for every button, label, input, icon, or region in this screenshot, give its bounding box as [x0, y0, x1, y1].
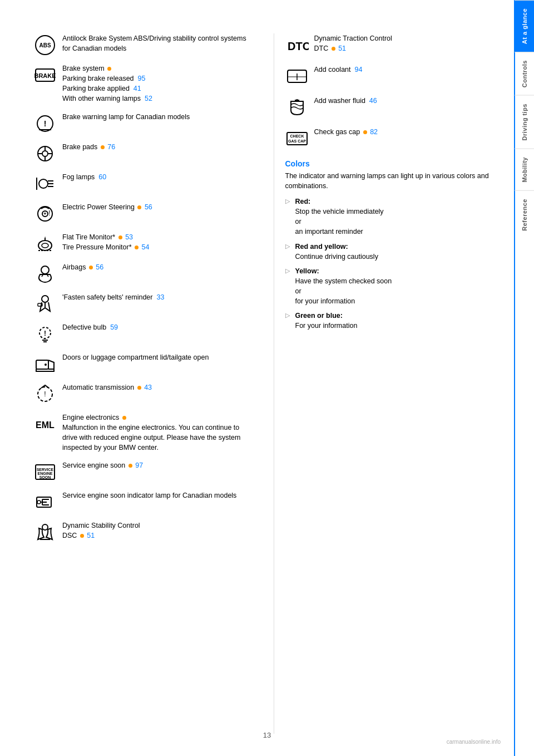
service-engine-ref[interactable]: 97	[135, 462, 143, 469]
svg-text:BRAKE: BRAKE	[34, 72, 56, 79]
service-engine-row: SERVICE ENGINE SOON Service engine soon …	[33, 460, 251, 483]
check-gas-ref[interactable]: 82	[370, 128, 378, 136]
svg-text:!: !	[44, 390, 46, 398]
check-gas-cap-row: CHECK GAS CAP Check gas cap 82	[285, 127, 503, 149]
brake-pads-icon	[33, 142, 57, 164]
brake-ref-52[interactable]: 52	[145, 95, 152, 102]
svg-point-8	[42, 151, 48, 156]
colors-intro: The indicator and warning lamps can ligh…	[285, 171, 503, 191]
svg-text:+: +	[43, 211, 46, 217]
colors-heading: Colors	[285, 159, 503, 168]
brake-pads-row: Brake pads 76	[33, 142, 251, 164]
left-column: ABS Antilock Brake System ABS/Driving st…	[33, 33, 263, 734]
dsc-text: Dynamic Stability Control DSC 51	[62, 521, 251, 541]
svg-text:ENGINE: ENGINE	[38, 472, 53, 475]
arrow-green-blue: ▷	[285, 312, 292, 319]
color-green-blue-text: Green or blue: For your information	[295, 311, 358, 331]
tire-pressure-ref[interactable]: 54	[142, 243, 150, 251]
abs-text: Antilock Brake System ABS/Driving stabil…	[62, 33, 251, 53]
auto-trans-text: Automatic transmission 43	[62, 382, 251, 392]
watermark: carmanualsonline.info	[447, 739, 501, 745]
add-coolant-text: Add coolant 94	[314, 65, 503, 75]
service-engine-ca-row: Service engine soon indicator lamp for C…	[33, 490, 251, 513]
doors-text: Doors or luggage compartment lid/tailgat…	[62, 352, 251, 362]
svg-point-27	[41, 266, 49, 274]
color-red-text: Red: Stop the vehicle immediately or an …	[295, 197, 384, 237]
add-washer-row: Add washer fluid 46	[285, 96, 503, 118]
seatbelt-icon	[33, 292, 57, 315]
sidebar-tabs: At a glance Controls Driving tips Mobili…	[515, 0, 534, 756]
main-content: ABS Antilock Brake System ABS/Driving st…	[0, 0, 514, 756]
doors-row: Doors or luggage compartment lid/tailgat…	[33, 352, 251, 375]
check-gas-dot	[363, 130, 367, 134]
defective-bulb-icon: !	[33, 322, 57, 345]
defective-bulb-text: Defective bulb 59	[62, 322, 251, 332]
fog-lamps-text: Fog lamps 60	[62, 172, 251, 182]
eml-row: EML Engine electronics Malfunction in th…	[33, 413, 251, 453]
defective-bulb-row: ! Defective bulb 59	[33, 322, 251, 345]
sidebar-tab-at-a-glance[interactable]: At a glance	[515, 0, 534, 52]
service-engine-ca-text: Service engine soon indicator lamp for C…	[62, 490, 251, 500]
colors-section: Colors The indicator and warning lamps c…	[285, 159, 503, 331]
abs-icon: ABS	[33, 33, 57, 56]
svg-point-53	[42, 524, 48, 530]
brake-ref-41[interactable]: 41	[134, 85, 141, 92]
dsc-dot	[80, 534, 84, 538]
eml-dot	[122, 416, 126, 420]
eps-row: + ! Electric Power Steering 56	[33, 202, 251, 224]
svg-text:!: !	[44, 330, 46, 337]
brakepads-dot	[101, 145, 105, 149]
color-green-blue-item: ▷ Green or blue: For your information	[285, 311, 503, 331]
brakepads-ref[interactable]: 76	[107, 143, 115, 151]
svg-point-38	[44, 364, 47, 366]
sidebar-tab-reference[interactable]: Reference	[515, 190, 534, 239]
tire-pressure-dot	[135, 246, 139, 249]
service-engine-dot	[128, 464, 132, 468]
color-red-yellow-item: ▷ Red and yellow: Continue driving cauti…	[285, 242, 503, 262]
airbags-ref[interactable]: 56	[96, 263, 103, 271]
arrow-red: ▷	[285, 198, 292, 205]
fog-ref[interactable]: 60	[98, 173, 106, 181]
dtc-ref[interactable]: 51	[338, 45, 346, 52]
flat-tire-icon: !	[33, 232, 57, 254]
svg-text:GAS CAP: GAS CAP	[288, 139, 306, 143]
dtc-text: Dynamic Traction Control DTC 51	[314, 33, 503, 53]
check-gas-cap-icon: CHECK GAS CAP	[285, 127, 309, 149]
brake-row: BRAKE Brake system Parking brake release…	[33, 63, 251, 104]
service-engine-text: Service engine soon 97	[62, 460, 251, 470]
add-coolant-icon	[285, 65, 309, 87]
dtc-dot	[332, 47, 335, 51]
sidebar-tab-mobility[interactable]: Mobility	[515, 149, 534, 190]
dsc-ref[interactable]: 51	[87, 532, 95, 539]
airbags-dot	[89, 266, 93, 269]
color-yellow-text: Yellow: Have the system checked soon or …	[295, 266, 392, 307]
dtc-icon: DTC	[285, 33, 309, 56]
brake-dot	[107, 67, 111, 71]
color-red-item: ▷ Red: Stop the vehicle immediately or a…	[285, 197, 503, 237]
fog-lamps-row: Fog lamps 60	[33, 172, 251, 194]
brake-warning-text: Brake warning lamp for Canadian models	[62, 112, 251, 122]
eml-icon: EML	[33, 413, 57, 435]
dsc-row: Dynamic Stability Control DSC 51	[33, 521, 251, 543]
brake-ref-95[interactable]: 95	[138, 75, 146, 82]
auto-trans-ref[interactable]: 43	[144, 384, 152, 391]
add-washer-ref[interactable]: 46	[369, 97, 377, 105]
svg-point-22	[38, 240, 52, 251]
airbags-text: Airbags 56	[62, 262, 251, 272]
sidebar-tab-driving-tips[interactable]: Driving tips	[515, 95, 534, 149]
airbags-icon	[33, 262, 57, 284]
seatbelt-ref[interactable]: 33	[156, 293, 164, 301]
sidebar-tab-controls[interactable]: Controls	[515, 52, 534, 95]
brake-warning-row: ! Brake warning lamp for Canadian models	[33, 112, 251, 134]
add-coolant-ref[interactable]: 94	[354, 66, 362, 73]
svg-text:DTC: DTC	[288, 40, 309, 52]
color-red-yellow-text: Red and yellow: Continue driving cautiou…	[295, 242, 378, 262]
page-number: 13	[263, 731, 271, 739]
svg-text:CHECK: CHECK	[290, 134, 304, 138]
color-yellow-item: ▷ Yellow: Have the system checked soon o…	[285, 266, 503, 307]
defective-bulb-ref[interactable]: 59	[110, 323, 118, 331]
add-washer-icon	[285, 96, 309, 118]
flat-tire-ref[interactable]: 53	[125, 233, 133, 241]
service-engine-ca-icon	[33, 490, 57, 513]
eps-ref[interactable]: 56	[145, 203, 152, 211]
